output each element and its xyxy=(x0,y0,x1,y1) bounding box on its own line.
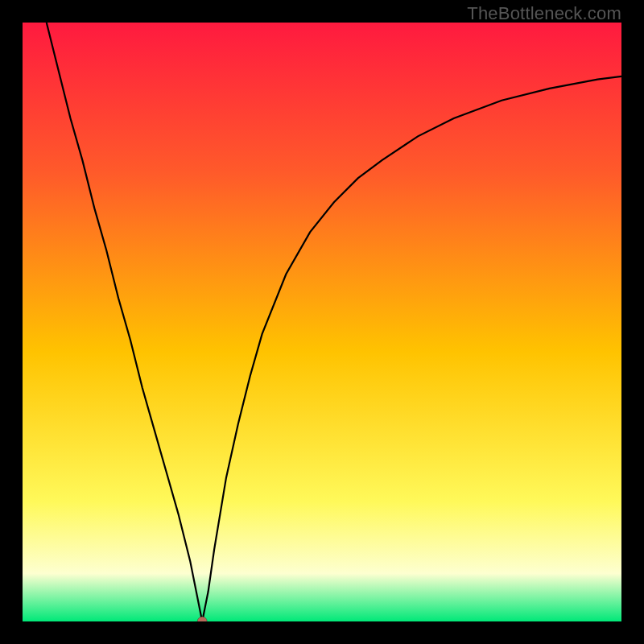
plot-frame xyxy=(23,23,621,621)
gradient-background xyxy=(23,23,621,621)
watermark: TheBottleneck.com xyxy=(467,3,621,24)
svg-rect-0 xyxy=(23,23,621,621)
